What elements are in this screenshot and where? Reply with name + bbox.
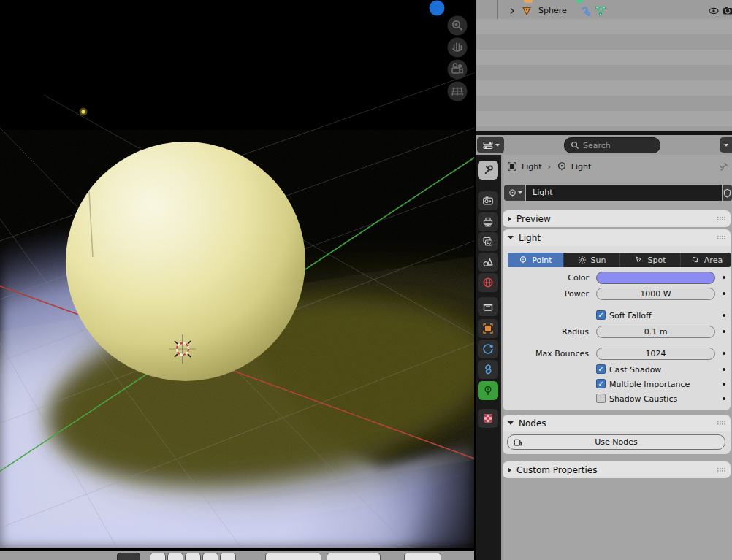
tab-world[interactable] [478,273,498,292]
right-column: Sphere [476,0,732,560]
soft-falloff-label: Soft Falloff [609,311,652,321]
timeline-button[interactable] [150,553,166,560]
animate-decorator[interactable] [723,352,725,355]
tab-output[interactable] [478,212,498,231]
tab-scene[interactable] [478,253,498,272]
timeline-button[interactable] [202,553,218,560]
panel-custom-properties[interactable]: Custom Properties [503,461,731,478]
id-type-dropdown[interactable] [504,185,525,201]
nav-camera-button[interactable] [448,60,468,80]
3d-viewport[interactable] [0,0,474,548]
shadow-caustics-checkbox[interactable] [596,394,606,403]
panel-preview[interactable]: Preview [503,210,731,227]
light-type-area[interactable]: Area [681,253,731,267]
outliner-editor[interactable]: Sphere [476,0,732,131]
breadcrumb-item[interactable]: Light [522,162,541,172]
tab-collection[interactable] [478,297,498,316]
cast-shadow-checkbox[interactable] [596,364,606,374]
tab-physics[interactable] [478,340,498,358]
render-camera-icon[interactable] [722,5,732,17]
fake-user-button[interactable] [723,185,732,201]
id-datablock-row: Light [504,185,732,201]
outliner-tree-line [497,0,498,19]
max-bounces-label: Max Bounces [503,349,589,358]
pin-icon[interactable] [718,161,729,172]
constraints-icon [482,364,494,375]
editor-type-button[interactable] [477,137,504,153]
light-type-label: Sun [591,256,606,265]
search-input[interactable]: Search [564,137,660,153]
light-type-label: Spot [647,256,666,265]
tab-object-data-light[interactable] [478,381,498,400]
animate-decorator[interactable] [723,383,725,386]
tab-view-layer[interactable] [478,232,498,251]
shield-icon [723,188,731,198]
scene-icon [482,256,494,268]
cast-shadow-label: Cast Shadow [609,365,661,375]
filter-dropdown-button[interactable] [720,137,732,153]
animate-decorator[interactable] [723,314,725,317]
power-label: Power [503,289,589,299]
properties-content: Light › Light [501,155,732,560]
shadow-caustics-label: Shadow Caustics [609,394,677,404]
max-bounces-field[interactable]: 1024 [596,348,715,360]
timeline-button[interactable] [404,553,441,560]
color-swatch[interactable] [596,272,715,284]
soft-falloff-checkbox[interactable] [596,310,606,320]
expand-chevron-icon[interactable] [509,8,515,14]
light-data-icon [557,161,567,172]
timeline-button[interactable] [185,553,201,560]
nav-pan-button[interactable] [448,38,468,58]
outliner-item-label[interactable]: Sphere [538,6,567,15]
panel-drag-grip[interactable] [717,216,726,221]
expanded-chevron-icon [508,236,514,239]
point-light-object[interactable] [80,108,88,116]
animate-decorator[interactable] [723,368,725,371]
properties-header: Search [476,135,732,155]
use-nodes-button[interactable]: Use Nodes [507,434,725,450]
timeline-button[interactable] [327,553,381,560]
timeline-button[interactable] [265,553,321,560]
color-label: Color [503,273,589,283]
world-icon [482,277,494,288]
timeline-button[interactable] [167,553,183,560]
timeline-editor-type-button[interactable] [117,553,140,560]
light-type-point[interactable]: Point [508,253,564,267]
light-type-label: Point [532,256,552,265]
panel-nodes-header[interactable]: Nodes [503,415,731,431]
panel-drag-grip[interactable] [717,235,726,240]
spot-light-icon [634,256,643,264]
tab-texture[interactable] [478,409,498,428]
radius-field[interactable]: 0.1 m [596,326,715,338]
tab-constraints[interactable] [478,360,498,379]
animate-decorator[interactable] [723,276,725,279]
object-icon [482,323,494,334]
timeline-button[interactable] [220,553,236,560]
eye-icon[interactable] [708,5,720,17]
tab-object[interactable] [478,319,498,338]
id-name-field[interactable]: Light [526,185,722,201]
animate-decorator[interactable] [723,330,725,333]
panel-drag-grip[interactable] [717,467,726,472]
tab-tool[interactable] [478,161,498,180]
panel-light-header[interactable]: Light [503,229,731,246]
light-type-spot[interactable]: Spot [620,253,681,267]
panel-drag-grip[interactable] [717,421,726,426]
nav-axis-gizmo-z-ball[interactable] [430,1,445,16]
texture-checker-icon [482,413,494,424]
outliner-row-sphere[interactable]: Sphere [476,3,732,19]
tab-render[interactable] [478,191,498,210]
nav-zoom-button[interactable] [448,16,468,36]
sun-light-icon [578,256,587,264]
light-bulb-icon [482,385,494,396]
nav-ortho-button[interactable] [448,82,468,101]
power-field[interactable]: 1000 W [596,288,715,300]
light-type-sun[interactable]: Sun [564,253,620,267]
multiple-importance-checkbox[interactable] [596,379,606,388]
mesh-data-icon [521,5,533,17]
panel-title: Nodes [519,418,546,429]
animate-decorator[interactable] [723,397,725,400]
breadcrumb-item[interactable]: Light [571,162,591,172]
animate-decorator[interactable] [723,292,725,295]
light-bulb-icon [508,188,517,198]
